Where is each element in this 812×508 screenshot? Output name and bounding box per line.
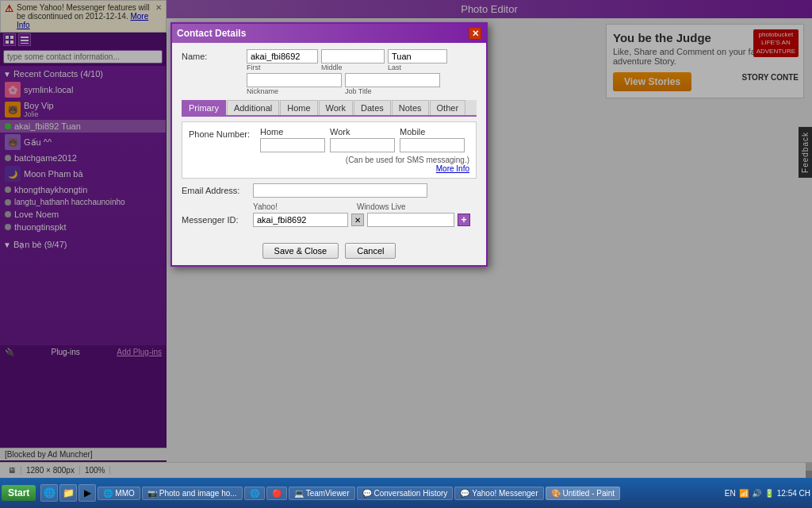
email-input[interactable] bbox=[253, 183, 427, 198]
dialog-body: Name: First Middle Last bbox=[172, 43, 486, 238]
taskbar-item-addon[interactable]: 🔴 bbox=[266, 487, 287, 500]
home-phone-input[interactable] bbox=[260, 138, 325, 152]
paint-icon: 🎨 bbox=[551, 489, 561, 498]
photo-label: Photo and image ho... bbox=[159, 489, 237, 498]
home-phone-group: Home bbox=[260, 127, 325, 152]
name-fields: First Middle Last bbox=[247, 49, 447, 71]
app-background: ⚠ Some Yahoo! Messenger features will be… bbox=[0, 0, 812, 508]
taskbar-item-yahoo[interactable]: 💬 Yahoo! Messenger bbox=[454, 487, 543, 500]
email-row: Email Address: bbox=[182, 183, 477, 198]
jobtitle-input[interactable] bbox=[345, 73, 440, 87]
folder-icon[interactable]: 📁 bbox=[59, 484, 77, 502]
taskbar-item-mmo[interactable]: 🌐 MMO bbox=[98, 487, 140, 500]
conversation-icon: 💬 bbox=[362, 489, 372, 498]
jobtitle-field-group: Job Title bbox=[345, 73, 440, 95]
cancel-btn[interactable]: Cancel bbox=[345, 243, 396, 259]
battery-icon: 🔋 bbox=[764, 489, 774, 498]
taskbar-items: 🌐 MMO 📷 Photo and image ho... 🌐 🔴 💻 Team… bbox=[98, 487, 723, 500]
work-phone-label: Work bbox=[330, 127, 395, 137]
nickname-label: Nickname bbox=[247, 87, 342, 95]
phone-row: Phone Number: Home Work Mobile bbox=[189, 127, 469, 152]
phone-section: Phone Number: Home Work Mobile bbox=[182, 121, 477, 179]
dialog-close-btn[interactable]: ✕ bbox=[469, 27, 481, 40]
work-phone-group: Work bbox=[330, 127, 395, 152]
last-name-field-group: Last bbox=[388, 49, 447, 71]
teamviewer-label: TeamViewer bbox=[306, 489, 350, 498]
phone-inputs-group: Home Work Mobile bbox=[260, 127, 465, 152]
mobile-phone-label: Mobile bbox=[400, 127, 465, 137]
jobtitle-label: Job Title bbox=[345, 87, 440, 95]
nickname-input[interactable] bbox=[247, 73, 342, 87]
middle-name-input[interactable] bbox=[321, 49, 385, 64]
mmo-icon: 🌐 bbox=[103, 489, 113, 498]
sms-note: (Can be used for SMS messaging.) More In… bbox=[189, 156, 469, 173]
messenger-inputs: ✕ + bbox=[253, 213, 470, 227]
dialog-title: Contact Details bbox=[177, 28, 246, 39]
taskbar-right: EN 📶 🔊 🔋 12:54 CH bbox=[725, 489, 810, 498]
taskbar-item-browser[interactable]: 🌐 bbox=[244, 487, 265, 500]
email-label: Email Address: bbox=[182, 186, 253, 195]
paint-label: Untitled - Paint bbox=[563, 489, 615, 498]
taskbar-item-paint[interactable]: 🎨 Untitled - Paint bbox=[546, 487, 621, 500]
dialog-tab-bar: Primary Additional Home Work Dates Notes… bbox=[182, 100, 477, 117]
dialog-titlebar: Contact Details ✕ bbox=[172, 24, 486, 43]
browser-icon: 🌐 bbox=[250, 489, 259, 498]
messenger-label: Messenger ID: bbox=[182, 202, 253, 225]
name-row: Name: First Middle Last bbox=[182, 49, 477, 71]
yahoo-sub-label: Yahoo! bbox=[253, 202, 278, 211]
home-phone-label: Home bbox=[260, 127, 325, 137]
tab-other[interactable]: Other bbox=[430, 100, 466, 115]
yahoo-messenger-input[interactable] bbox=[253, 213, 348, 227]
windows-live-input[interactable] bbox=[367, 213, 454, 227]
tab-home[interactable]: Home bbox=[280, 100, 317, 115]
first-name-field-group: First bbox=[247, 49, 318, 71]
photo-icon: 📷 bbox=[147, 489, 157, 498]
network-icon: 📶 bbox=[739, 489, 749, 498]
yahoo-icon: 💬 bbox=[460, 489, 469, 498]
language-indicator: EN bbox=[725, 489, 736, 498]
name-label: Name: bbox=[182, 49, 247, 61]
teamviewer-icon: 💻 bbox=[294, 489, 304, 498]
last-name-input[interactable] bbox=[388, 49, 447, 64]
tab-primary[interactable]: Primary bbox=[182, 100, 226, 115]
contact-details-dialog: Contact Details ✕ Name: First Middle bbox=[170, 22, 488, 267]
yahoo-label: Yahoo! Messenger bbox=[472, 489, 538, 498]
taskbar-item-photo[interactable]: 📷 Photo and image ho... bbox=[142, 487, 243, 500]
middle-label: Middle bbox=[321, 64, 385, 71]
last-label: Last bbox=[388, 64, 447, 71]
nickname-field-group: Nickname bbox=[247, 73, 342, 95]
messenger-fields: Yahoo! Windows Live ✕ + bbox=[253, 202, 470, 227]
tab-work[interactable]: Work bbox=[319, 100, 353, 115]
mobile-phone-group: Mobile bbox=[400, 127, 465, 152]
conversation-label: Conversation History bbox=[374, 489, 448, 498]
messenger-sub-labels: Yahoo! Windows Live bbox=[253, 202, 470, 211]
media-icon[interactable]: ▶ bbox=[79, 484, 96, 502]
mmo-label: MMO bbox=[115, 489, 134, 498]
clear-yahoo-btn[interactable]: ✕ bbox=[351, 214, 364, 226]
messenger-row: Messenger ID: Yahoo! Windows Live ✕ + bbox=[182, 202, 477, 227]
first-name-input[interactable] bbox=[247, 49, 318, 64]
tab-notes[interactable]: Notes bbox=[392, 100, 429, 115]
quick-launch-icons: 🌐 📁 ▶ bbox=[40, 484, 96, 502]
nick-job-row: Nickname Job Title bbox=[247, 73, 477, 95]
time-display: 12:54 CH bbox=[777, 489, 810, 498]
taskbar-item-teamviewer[interactable]: 💻 TeamViewer bbox=[289, 487, 355, 500]
middle-name-field-group: Middle bbox=[321, 49, 385, 71]
dialog-footer: Save & Close Cancel bbox=[172, 238, 486, 265]
taskbar: Start 🌐 📁 ▶ 🌐 MMO 📷 Photo and image ho..… bbox=[0, 478, 812, 508]
save-close-btn[interactable]: Save & Close bbox=[262, 243, 339, 259]
more-info-link[interactable]: More Info bbox=[436, 164, 469, 173]
windowslive-sub-label: Windows Live bbox=[357, 202, 406, 211]
volume-icon: 🔊 bbox=[752, 489, 761, 498]
phone-number-label: Phone Number: bbox=[189, 127, 260, 139]
ie-icon[interactable]: 🌐 bbox=[40, 484, 58, 502]
work-phone-input[interactable] bbox=[330, 138, 395, 152]
start-button[interactable]: Start bbox=[2, 485, 36, 501]
tab-additional[interactable]: Additional bbox=[227, 100, 279, 115]
first-label: First bbox=[247, 64, 318, 71]
addon-icon: 🔴 bbox=[272, 489, 282, 498]
taskbar-item-conversation[interactable]: 💬 Conversation History bbox=[357, 487, 454, 500]
tab-dates[interactable]: Dates bbox=[354, 100, 391, 115]
add-messenger-btn[interactable]: + bbox=[458, 214, 470, 226]
mobile-phone-input[interactable] bbox=[400, 138, 465, 152]
